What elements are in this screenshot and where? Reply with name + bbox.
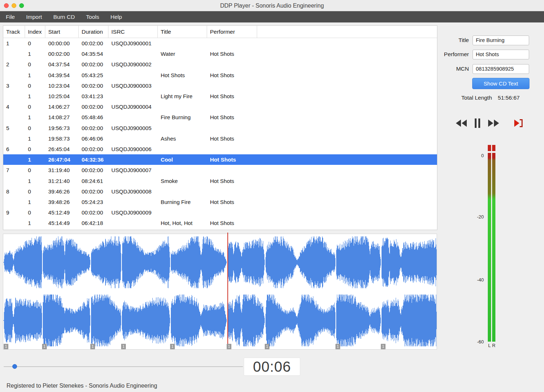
- minimize-icon[interactable]: [12, 3, 16, 8]
- table-row-selected[interactable]: 126:47:0404:32:36CoolHot Shots: [3, 154, 437, 165]
- cell-title: [158, 80, 207, 91]
- mcn-input[interactable]: [473, 64, 529, 74]
- status-bar: Registered to Pieter Stenekes - Sonoris …: [7, 383, 157, 389]
- track-start-marker[interactable]: 1: [265, 344, 269, 349]
- track-start-marker[interactable]: 1: [335, 344, 340, 349]
- track-start-marker[interactable]: 1: [4, 344, 8, 349]
- cell-start: 45:14:49: [45, 218, 79, 228]
- cell-isrc: USQDJ0900007: [108, 165, 158, 175]
- cell-title: [158, 38, 207, 49]
- table-row[interactable]: 139:48:2605:24:23Burning FireHot Shots: [3, 197, 437, 207]
- track-start-marker[interactable]: 1: [381, 344, 386, 349]
- title-field-row: Title: [439, 35, 531, 45]
- cell-performer: [207, 123, 257, 133]
- cell-performer: [207, 207, 257, 218]
- total-length-row: Total Length 51:56:67: [437, 95, 544, 101]
- cell-start: 31:19:40: [45, 165, 79, 175]
- table-row[interactable]: 6026:45:0400:02:00USQDJ0900006: [3, 144, 437, 154]
- performer-input[interactable]: [473, 50, 529, 59]
- cell-track: [3, 154, 25, 165]
- menu-tools[interactable]: Tools: [86, 14, 99, 20]
- cell-index: 0: [25, 59, 45, 70]
- track-start-marker[interactable]: 1: [170, 344, 175, 349]
- cell-isrc: [108, 70, 158, 80]
- seek-slider[interactable]: [4, 364, 243, 370]
- menu-help[interactable]: Help: [111, 14, 122, 20]
- cell-start: 39:46:26: [45, 186, 79, 197]
- table-row[interactable]: 100:02:0004:35:54WaterHot Shots: [3, 49, 437, 59]
- cell-index: 1: [25, 112, 45, 122]
- level-meter-right: [492, 145, 495, 342]
- meter-scale-label: -20: [477, 214, 484, 220]
- cell-index: 1: [25, 154, 45, 165]
- waveform-canvas[interactable]: [3, 234, 437, 349]
- cell-isrc: [108, 175, 158, 186]
- cell-performer: Hot Shots: [207, 49, 257, 59]
- meter-channel-label-left: L: [488, 343, 491, 348]
- table-row[interactable]: 2004:37:5400:02:00USQDJ0900002: [3, 59, 437, 70]
- menu-import[interactable]: Import: [26, 14, 42, 20]
- column-header-track[interactable]: Track: [3, 26, 25, 38]
- play-to-marker-button[interactable]: [513, 118, 524, 128]
- table-row[interactable]: 119:58:7306:46:06AshesHot Shots: [3, 133, 437, 144]
- title-input[interactable]: [473, 36, 529, 45]
- menu-file[interactable]: File: [6, 14, 15, 20]
- rewind-button[interactable]: [456, 120, 467, 127]
- cell-performer: [207, 59, 257, 70]
- fast-forward-button[interactable]: [488, 120, 499, 127]
- pause-button[interactable]: [474, 118, 481, 128]
- table-row[interactable]: 131:21:4008:24:61SmokeHot Shots: [3, 175, 437, 186]
- total-length-value: 51:56:67: [498, 95, 520, 101]
- column-header-isrc[interactable]: ISRC: [108, 26, 158, 38]
- seek-track[interactable]: [4, 366, 243, 367]
- table-row[interactable]: 1000:00:0000:02:00USQDJ0900001: [3, 38, 437, 49]
- track-start-marker[interactable]: 1: [121, 344, 126, 349]
- cell-performer: [207, 38, 257, 49]
- table-row[interactable]: 110:25:0403:41:23Light my FireHot Shots: [3, 91, 437, 101]
- close-icon[interactable]: [4, 3, 9, 8]
- column-header-performer[interactable]: Performer: [207, 26, 257, 38]
- performer-label: Performer: [439, 51, 469, 58]
- track-start-marker[interactable]: 1: [42, 344, 47, 349]
- cell-isrc: USQDJ0900003: [108, 80, 158, 91]
- waveform-display[interactable]: 111111111: [3, 234, 437, 350]
- table-row[interactable]: 9045:12:4900:02:00USQDJ0900009: [3, 207, 437, 218]
- cell-duration: 03:41:23: [79, 91, 108, 101]
- cell-isrc: USQDJ0900006: [108, 144, 158, 154]
- menu-burn-cd[interactable]: Burn CD: [53, 14, 75, 20]
- column-header-title[interactable]: Title: [158, 26, 207, 38]
- cell-track: 5: [3, 123, 25, 133]
- cell-title: [158, 59, 207, 70]
- table-row[interactable]: 5019:56:7300:02:00USQDJ0900005: [3, 123, 437, 133]
- table-row[interactable]: 7031:19:4000:02:00USQDJ0900007: [3, 165, 437, 175]
- seek-thumb[interactable]: [12, 364, 17, 369]
- cell-index: 0: [25, 186, 45, 197]
- track-start-marker[interactable]: 1: [90, 344, 95, 349]
- cell-isrc: [108, 112, 158, 122]
- cell-performer: Hot Shots: [207, 70, 257, 80]
- table-row[interactable]: 104:39:5405:43:25Hot ShotsHot Shots: [3, 70, 437, 80]
- table-row[interactable]: 3010:23:0400:02:00USQDJ0900003: [3, 80, 437, 91]
- column-header-duration[interactable]: Duration: [79, 26, 108, 38]
- column-header-index[interactable]: Index: [25, 26, 45, 38]
- cell-start: 00:02:00: [45, 49, 79, 59]
- table-row[interactable]: 114:08:2705:48:46Fire BurningHot Shots: [3, 112, 437, 122]
- show-cd-text-button[interactable]: Show CD Text: [472, 78, 529, 89]
- track-start-marker[interactable]: 1: [227, 344, 231, 349]
- cell-isrc: [108, 133, 158, 144]
- cell-isrc: [108, 154, 158, 165]
- mcn-field-row: MCN: [439, 64, 531, 74]
- titlebar: DDP Player - Sonoris Audio Engineering: [0, 0, 544, 11]
- cell-performer: Hot Shots: [207, 133, 257, 144]
- zoom-icon[interactable]: [19, 3, 24, 8]
- table-row[interactable]: 4014:06:2700:02:00USQDJ0900004: [3, 101, 437, 112]
- cell-duration: 00:02:00: [79, 38, 108, 49]
- table-row[interactable]: 145:14:4906:42:18Hot, Hot, HotHot Shots: [3, 218, 437, 228]
- playhead-cursor[interactable]: [227, 233, 228, 349]
- cell-track: 7: [3, 165, 25, 175]
- cell-index: 1: [25, 91, 45, 101]
- cell-start: 26:45:04: [45, 144, 79, 154]
- table-row[interactable]: 8039:46:2600:02:00USQDJ0900008: [3, 186, 437, 197]
- cell-index: 1: [25, 70, 45, 80]
- column-header-start[interactable]: Start: [45, 26, 79, 38]
